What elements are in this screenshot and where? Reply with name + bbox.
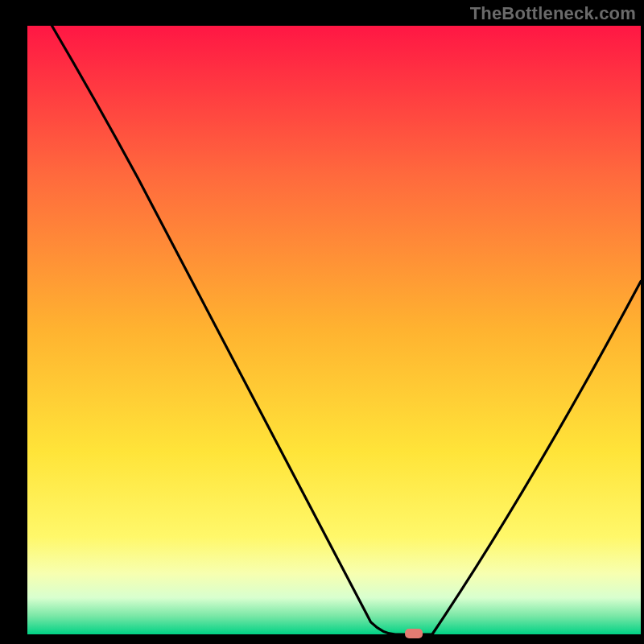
chart-svg (0, 0, 644, 644)
bottleneck-chart: TheBottleneck.com (0, 0, 644, 644)
plot-area (27, 26, 641, 634)
watermark-text: TheBottleneck.com (470, 3, 636, 24)
optimal-marker (405, 629, 423, 638)
